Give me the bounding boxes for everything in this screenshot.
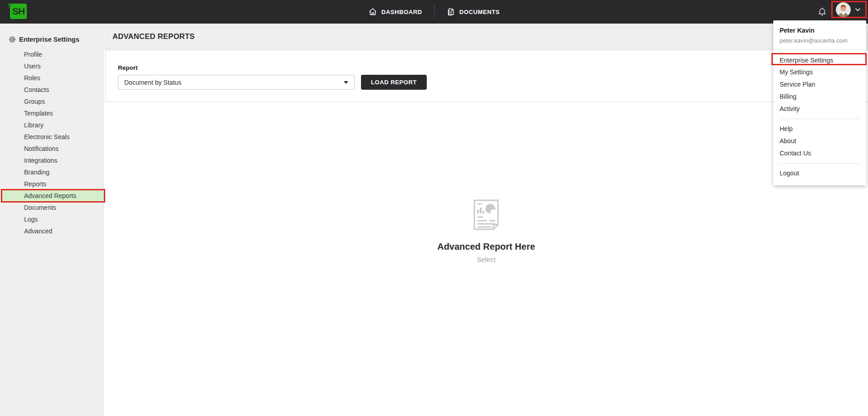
gear-icon xyxy=(9,36,16,43)
load-report-button[interactable]: LOAD REPORT xyxy=(361,75,427,90)
nav-documents[interactable]: DOCUMENTS xyxy=(446,7,500,16)
user-menu-items: Enterprise SettingsMy SettingsService Pl… xyxy=(773,53,866,179)
nav-dashboard[interactable]: DASHBOARD xyxy=(368,7,422,16)
sidebar-header: Enterprise Settings xyxy=(0,24,103,48)
home-icon xyxy=(368,7,377,16)
nav-dashboard-label: DASHBOARD xyxy=(381,9,422,15)
menu-item-about[interactable]: About xyxy=(773,135,866,147)
menu-item-service-plan[interactable]: Service Plan xyxy=(773,78,866,91)
menu-item-my-settings[interactable]: My Settings xyxy=(773,66,866,78)
sidebar-item-branding[interactable]: Branding xyxy=(0,166,103,178)
logo-text: SH xyxy=(12,6,24,17)
sidebar-item-groups[interactable]: Groups xyxy=(0,96,103,107)
menu-item-billing[interactable]: Billing xyxy=(773,91,866,103)
sidebar-item-users[interactable]: Users xyxy=(0,60,103,72)
sidebar-item-documents[interactable]: Documents xyxy=(0,202,103,213)
menu-divider xyxy=(779,163,860,164)
user-name: Peter Kavin xyxy=(773,26,866,35)
placeholder-title: Advanced Report Here xyxy=(437,242,535,252)
sidebar-item-contacts[interactable]: Contacts xyxy=(0,84,103,96)
menu-item-help[interactable]: Help xyxy=(773,123,866,135)
sidebar-item-reports[interactable]: Reports xyxy=(0,178,103,190)
page-title: ADVANCED REPORTS xyxy=(112,32,195,41)
user-dropdown-menu: Peter Kavin peter.kavin@ascertia.com Ent… xyxy=(773,20,866,185)
sidebar-item-logs[interactable]: Logs xyxy=(0,213,103,225)
report-placeholder-icon xyxy=(471,198,501,233)
topbar-nav: DASHBOARD DOCUMENTS xyxy=(368,5,500,19)
report-form-card: Report Document by Status LOAD REPORT xyxy=(105,50,868,102)
topbar: SH DASHBOARD xyxy=(0,0,868,24)
sidebar-item-integrations[interactable]: Integrations xyxy=(0,155,103,166)
sidebar-nav: ProfileUsersRolesContactsGroupsTemplates… xyxy=(0,48,103,237)
sidebar: Enterprise Settings ProfileUsersRolesCon… xyxy=(0,24,104,416)
menu-item-logout[interactable]: Logout xyxy=(773,167,866,179)
sidebar-item-roles[interactable]: Roles xyxy=(0,72,103,84)
app-logo[interactable]: SH xyxy=(10,4,27,19)
report-field-label: Report xyxy=(118,64,138,71)
sidebar-item-templates[interactable]: Templates xyxy=(0,107,103,119)
report-placeholder: Advanced Report Here Select xyxy=(104,198,868,263)
menu-divider xyxy=(779,119,860,119)
select-caret-icon xyxy=(344,81,348,84)
page-header: ADVANCED REPORTS xyxy=(104,24,868,49)
sidebar-item-profile[interactable]: Profile xyxy=(0,48,103,60)
report-type-selected-value: Document by Status xyxy=(124,79,181,86)
sidebar-item-advanced-reports[interactable]: Advanced Reports xyxy=(1,189,105,203)
nav-documents-label: DOCUMENTS xyxy=(459,9,500,15)
menu-divider xyxy=(773,50,866,50)
chevron-down-icon xyxy=(855,8,861,11)
sidebar-header-label: Enterprise Settings xyxy=(19,36,79,43)
placeholder-subtitle: Select xyxy=(477,256,496,263)
nav-divider xyxy=(434,5,434,19)
menu-item-contact-us[interactable]: Contact Us xyxy=(773,147,866,160)
report-type-select[interactable]: Document by Status xyxy=(118,75,355,90)
menu-item-enterprise-settings[interactable]: Enterprise Settings xyxy=(771,53,867,65)
bell-icon[interactable] xyxy=(817,7,827,19)
documents-icon xyxy=(446,7,455,16)
app-frame: SH DASHBOARD xyxy=(0,0,868,416)
user-avatar-menu-trigger[interactable] xyxy=(831,1,867,18)
sidebar-item-library[interactable]: Library xyxy=(0,119,103,131)
sidebar-item-notifications[interactable]: Notifications xyxy=(0,143,103,155)
sidebar-item-advanced[interactable]: Advanced xyxy=(0,225,103,237)
user-email: peter.kavin@ascertia.com xyxy=(773,37,866,45)
sidebar-item-electronic-seals[interactable]: Electronic Seals xyxy=(0,131,103,143)
avatar xyxy=(836,2,851,17)
menu-item-activity[interactable]: Activity xyxy=(773,103,866,115)
